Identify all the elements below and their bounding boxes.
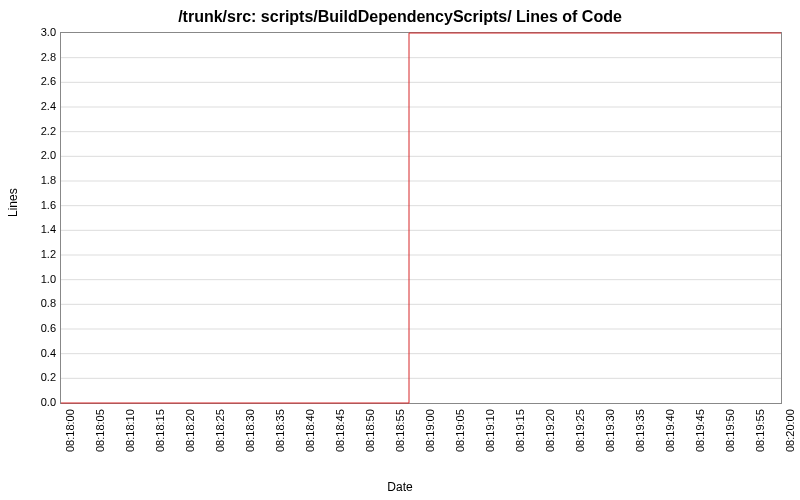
- y-tick-label: 2.8: [28, 51, 56, 63]
- x-tick-label: 08:18:00: [64, 409, 76, 452]
- y-tick-label: 2.2: [28, 125, 56, 137]
- y-tick-label: 1.8: [28, 174, 56, 186]
- y-tick-label: 2.6: [28, 75, 56, 87]
- x-tick-label: 08:18:50: [364, 409, 376, 452]
- y-tick-label: 2.0: [28, 149, 56, 161]
- y-tick-label: 1.6: [28, 199, 56, 211]
- x-tick-label: 08:19:50: [724, 409, 736, 452]
- x-tick-label: 08:18:40: [304, 409, 316, 452]
- y-tick-label: 0.4: [28, 347, 56, 359]
- x-tick-label: 08:18:35: [274, 409, 286, 452]
- x-tick-label: 08:19:20: [544, 409, 556, 452]
- x-tick-label: 08:19:35: [634, 409, 646, 452]
- y-tick-label: 2.4: [28, 100, 56, 112]
- x-tick-label: 08:18:20: [184, 409, 196, 452]
- chart-title: /trunk/src: scripts/BuildDependencyScrip…: [0, 8, 800, 26]
- x-tick-label: 08:18:55: [394, 409, 406, 452]
- y-tick-label: 1.2: [28, 248, 56, 260]
- x-tick-label: 08:18:30: [244, 409, 256, 452]
- y-tick-label: 0.6: [28, 322, 56, 334]
- y-tick-label: 1.4: [28, 223, 56, 235]
- x-tick-label: 08:19:05: [454, 409, 466, 452]
- x-tick-label: 08:19:00: [424, 409, 436, 452]
- x-tick-label: 08:19:10: [484, 409, 496, 452]
- x-tick-label: 08:20:00: [784, 409, 796, 452]
- x-tick-label: 08:19:15: [514, 409, 526, 452]
- x-tick-label: 08:19:55: [754, 409, 766, 452]
- x-tick-label: 08:19:40: [664, 409, 676, 452]
- x-tick-label: 08:19:30: [604, 409, 616, 452]
- y-tick-label: 0.0: [28, 396, 56, 408]
- x-tick-label: 08:19:45: [694, 409, 706, 452]
- line-series: [61, 33, 781, 403]
- x-tick-label: 08:18:45: [334, 409, 346, 452]
- plot-area: [60, 32, 782, 404]
- y-tick-label: 3.0: [28, 26, 56, 38]
- x-tick-label: 08:18:05: [94, 409, 106, 452]
- x-axis-label: Date: [0, 480, 800, 494]
- chart-container: /trunk/src: scripts/BuildDependencyScrip…: [0, 0, 800, 500]
- x-tick-label: 08:18:15: [154, 409, 166, 452]
- y-tick-label: 0.2: [28, 371, 56, 383]
- x-tick-label: 08:19:25: [574, 409, 586, 452]
- y-tick-label: 0.8: [28, 297, 56, 309]
- x-tick-label: 08:18:25: [214, 409, 226, 452]
- y-axis-label: Lines: [6, 188, 20, 217]
- y-tick-label: 1.0: [28, 273, 56, 285]
- x-tick-label: 08:18:10: [124, 409, 136, 452]
